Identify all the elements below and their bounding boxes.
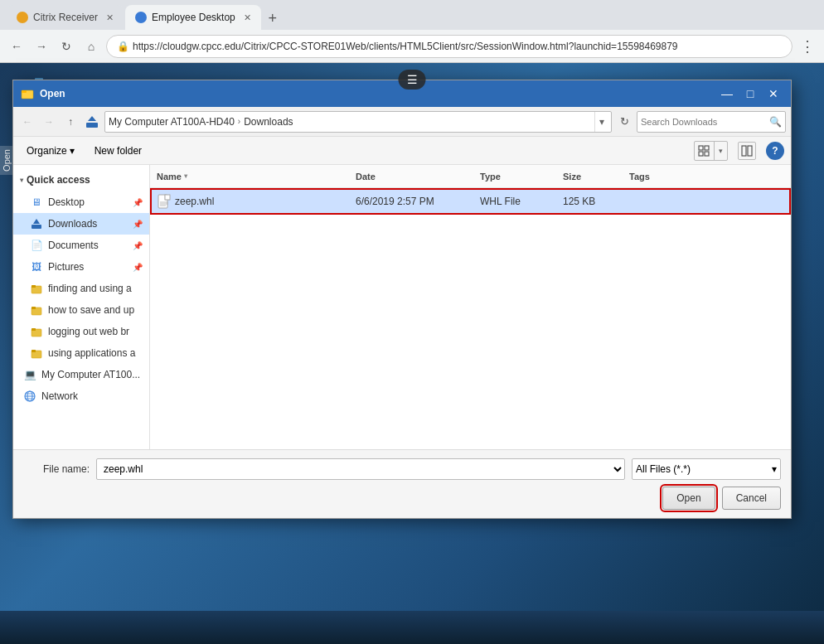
breadcrumb-bar: My Computer AT100A-HD40 › Downloads ▾: [104, 111, 612, 133]
citrix-toolbar[interactable]: ☰: [399, 70, 426, 90]
view-grid-btn[interactable]: [695, 142, 713, 160]
search-input[interactable]: [641, 117, 766, 127]
organize-label: Organize: [27, 145, 67, 157]
forward-button[interactable]: →: [32, 36, 51, 56]
pictures-pin: 📌: [133, 263, 143, 272]
finding-icon: [30, 282, 43, 295]
tab1-close[interactable]: ✕: [106, 12, 114, 23]
svg-rect-23: [32, 328, 36, 331]
filetype-dropdown[interactable]: All Files (*.*) ▾: [632, 458, 781, 480]
organize-button[interactable]: Organize ▾: [20, 143, 81, 159]
sidebar-item-pictures[interactable]: 🖼 Pictures 📌: [13, 256, 149, 278]
new-tab-button[interactable]: +: [261, 7, 284, 30]
dialog-download-btn[interactable]: [83, 113, 101, 131]
open-panel-label[interactable]: Open: [2, 149, 12, 172]
dialog-back-btn[interactable]: ←: [18, 113, 36, 131]
sidebar-item-finding[interactable]: finding and using a: [13, 278, 149, 299]
desktop-icon-img: 🖥: [30, 196, 43, 209]
menu-button[interactable]: ⋮: [797, 36, 817, 56]
col-type-header[interactable]: Type: [480, 172, 563, 182]
breadcrumb-item-2[interactable]: Downloads: [244, 116, 293, 128]
downloads-label: Downloads: [48, 218, 97, 230]
file-name-cell: zeep.whl: [157, 194, 356, 209]
tab2-label: Employee Desktop: [152, 12, 235, 23]
quick-access-header[interactable]: ▾ Quick access: [13, 168, 149, 191]
tab1-label: Citrix Receiver: [33, 12, 98, 23]
logging-icon: [30, 325, 43, 338]
col-name-sort-icon: ▾: [184, 172, 187, 180]
dialog-title-icon: [20, 86, 35, 101]
dialog-forward-btn[interactable]: →: [40, 113, 58, 131]
left-panel-open: Open: [0, 146, 13, 175]
sidebar-item-using[interactable]: using applications a: [13, 342, 149, 364]
sidebar-item-mycomputer[interactable]: 💻 My Computer AT100...: [13, 364, 149, 385]
home-button[interactable]: ⌂: [81, 36, 101, 56]
pictures-label: Pictures: [48, 261, 84, 273]
windows-taskbar: [0, 611, 824, 644]
dialog-up-btn[interactable]: ↑: [61, 113, 80, 131]
file-date-cell: 6/6/2019 2:57 PM: [356, 196, 480, 207]
view-pane-btn[interactable]: [738, 142, 756, 160]
tab-citrix-receiver[interactable]: Citrix Receiver ✕: [7, 5, 124, 30]
view-btn-group: ▾: [694, 141, 728, 161]
howto-label: how to save and up: [48, 304, 134, 316]
file-icon-zeep: [157, 194, 172, 209]
documents-pin: 📌: [133, 241, 143, 250]
svg-rect-8: [86, 123, 98, 128]
network-label: Network: [41, 390, 78, 402]
open-button[interactable]: Open: [662, 487, 715, 510]
new-folder-button[interactable]: New folder: [88, 143, 148, 159]
documents-icon-img: 📄: [30, 239, 43, 252]
breadcrumb-dropdown[interactable]: ▾: [594, 112, 608, 132]
back-button[interactable]: ←: [7, 36, 27, 56]
svg-marker-9: [88, 116, 96, 121]
lock-icon: 🔒: [117, 41, 129, 52]
breadcrumb-item-1[interactable]: My Computer AT100A-HD40: [109, 116, 235, 128]
downloads-icon-img: [30, 217, 43, 230]
reload-button[interactable]: ↻: [56, 36, 76, 56]
using-icon: [30, 346, 43, 360]
tab2-close[interactable]: ✕: [244, 12, 251, 23]
svg-rect-14: [742, 146, 746, 156]
sidebar-item-desktop[interactable]: 🖥 Desktop 📌: [13, 191, 149, 213]
sidebar-item-howto[interactable]: how to save and up: [13, 299, 149, 321]
svg-rect-25: [32, 350, 36, 352]
sidebar-item-downloads[interactable]: Downloads 📌: [13, 213, 149, 235]
desktop-label: Desktop: [48, 196, 85, 208]
dialog-minimize-btn[interactable]: —: [716, 83, 738, 104]
col-tags-header[interactable]: Tags: [629, 172, 784, 182]
url-bar[interactable]: 🔒 https://cloudgw.cpcc.edu/Citrix/CPCC-S…: [106, 35, 792, 58]
svg-marker-17: [33, 219, 40, 224]
dialog-maximize-btn[interactable]: □: [739, 83, 761, 104]
tab-employee-desktop[interactable]: Employee Desktop ✕: [125, 5, 261, 30]
view-dropdown-btn[interactable]: ▾: [714, 142, 727, 160]
col-date-header[interactable]: Date: [356, 172, 480, 182]
svg-rect-16: [32, 225, 41, 229]
sidebar-item-documents[interactable]: 📄 Documents 📌: [13, 235, 149, 256]
filename-label: File name:: [23, 463, 90, 475]
svg-rect-10: [699, 146, 703, 150]
filetype-arrow-icon: ▾: [772, 463, 777, 475]
help-btn[interactable]: ?: [766, 142, 784, 160]
url-text: https://cloudgw.cpcc.edu/Citrix/CPCC-STO…: [133, 41, 678, 52]
search-icon: 🔍: [769, 116, 782, 128]
cancel-button[interactable]: Cancel: [722, 487, 781, 510]
dialog-toolbar: Organize ▾ New folder ▾: [13, 137, 791, 165]
col-size-header[interactable]: Size: [563, 172, 629, 182]
filename-input[interactable]: zeep.whl: [96, 458, 625, 480]
file-type-cell: WHL File: [480, 196, 563, 207]
sidebar-item-network[interactable]: Network: [13, 385, 149, 407]
col-name-header[interactable]: Name ▾: [157, 172, 356, 182]
svg-rect-11: [705, 146, 709, 150]
svg-rect-13: [705, 152, 709, 156]
dialog-refresh-btn[interactable]: ↻: [615, 113, 633, 131]
sidebar-item-logging[interactable]: logging out web br: [13, 321, 149, 342]
svg-rect-21: [32, 307, 36, 309]
dialog-file-area: Name ▾ Date Type Size Tags: [150, 165, 791, 449]
address-bar: ← → ↻ ⌂ 🔒 https://cloudgw.cpcc.edu/Citri…: [0, 30, 824, 63]
tab1-icon: [17, 12, 28, 23]
dialog-close-btn[interactable]: ✕: [763, 83, 784, 104]
logging-label: logging out web br: [48, 326, 129, 337]
file-row-zeep[interactable]: zeep.whl 6/6/2019 2:57 PM WHL File 125 K…: [150, 188, 791, 215]
quick-access-label: Quick access: [27, 174, 90, 186]
